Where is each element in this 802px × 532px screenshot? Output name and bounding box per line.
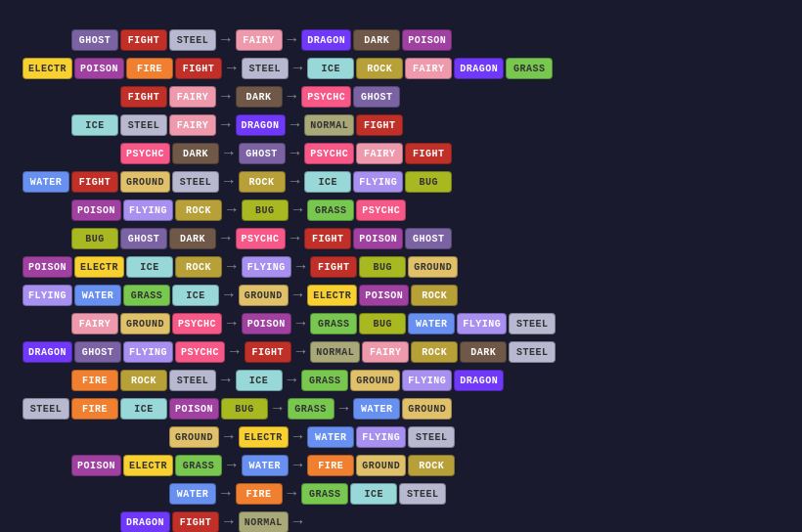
arrow-2: →	[296, 315, 306, 332]
arrow-1: →	[227, 258, 237, 276]
row-12: FIREROCKSTEEL→ICE→GRASSGROUNDFLYINGDRAGO…	[22, 368, 780, 393]
arrow-2: →	[293, 201, 303, 219]
arrow-1: →	[221, 88, 231, 106]
badge-poison: POISON	[22, 256, 72, 278]
badge-mid-fairy: FAIRY	[236, 29, 283, 51]
badge-ice: ICE	[71, 114, 118, 136]
badge-right-fire: FIRE	[307, 455, 354, 476]
arrow-1: →	[273, 400, 283, 418]
arrow-2: →	[293, 513, 303, 531]
badge-right-ghost: GHOST	[405, 228, 452, 249]
arrow-2: →	[290, 116, 300, 134]
row-4: PSYCHCDARK→GHOST→PSYCHCFAIRYFIGHT	[22, 141, 780, 166]
badge-right-rock: ROCK	[411, 341, 458, 363]
row-6: POISONFLYINGROCK→BUG→GRASSPSYCHC	[22, 198, 780, 223]
badge-water: WATER	[22, 171, 69, 193]
arrow-2: →	[290, 145, 300, 162]
badge-fight: FIGHT	[120, 86, 167, 108]
arrow-1: →	[224, 173, 234, 191]
arrow-1: →	[224, 287, 234, 304]
badge-flying: FLYING	[22, 285, 72, 306]
badge-steel: STEEL	[22, 398, 69, 420]
badge-bug: BUG	[221, 398, 268, 420]
badge-right-ice: ICE	[307, 58, 354, 79]
badge-right-flying: FLYING	[457, 313, 507, 334]
badge-ghost: GHOST	[71, 29, 118, 51]
badge-right-bug: BUG	[405, 171, 452, 193]
badge-right-bug: BUG	[359, 313, 406, 334]
badge-right-ice: ICE	[350, 483, 397, 505]
badge-mid-electr: ELECTR	[239, 426, 289, 448]
badge-ice: ICE	[120, 398, 167, 420]
badge-mid-flying: FLYING	[242, 256, 291, 278]
row-15: POISONELECTRGRASS→WATER→FIREGROUNDROCK	[22, 453, 780, 478]
badge-right-dragon: DRAGON	[454, 370, 504, 391]
badge-right-dark: DARK	[353, 29, 400, 51]
row-16: WATER→FIRE→GRASSICESTEEL	[22, 481, 780, 507]
badge-right-steel: STEEL	[509, 341, 556, 363]
badge-right-grass: GRASS	[301, 370, 348, 391]
badge-ground: GROUND	[169, 426, 219, 448]
arrow-2: →	[288, 485, 297, 503]
badge-right-water: WATER	[353, 398, 400, 420]
badge-mid-dragon: DRAGON	[236, 114, 286, 136]
badge-right-fight: FIGHT	[356, 114, 403, 136]
badge-fire: FIRE	[71, 398, 118, 420]
arrow-1: →	[227, 60, 237, 77]
badge-mid-bug: BUG	[242, 200, 289, 221]
badge-ghost: GHOST	[120, 228, 167, 249]
arrow-2: →	[293, 287, 303, 304]
row-11: DRAGONGHOSTFLYINGPSYCHC→FIGHT→NORMALFAIR…	[22, 339, 780, 365]
arrow-2: →	[290, 230, 300, 247]
badge-ground: GROUND	[120, 313, 170, 334]
row-3: ICESTEELFAIRY→DRAGON→NORMALFIGHT	[22, 112, 780, 138]
arrow-2: →	[288, 372, 297, 389]
badge-right-grass: GRASS	[307, 200, 354, 221]
arrow-1: →	[230, 343, 240, 361]
row-14: GROUND→ELECTR→WATERFLYINGSTEEL	[22, 424, 780, 450]
badge-right-fairy: FAIRY	[362, 341, 409, 363]
row-8: POISONELECTRICEROCK→FLYING→FIGHTBUGGROUN…	[22, 254, 780, 280]
arrow-1: →	[227, 315, 237, 332]
badge-mid-psychc: PSYCHC	[236, 228, 286, 249]
badge-right-ghost: GHOST	[353, 86, 400, 108]
row-5: WATERFIGHTGROUNDSTEEL→ROCK→ICEFLYINGBUG	[22, 169, 780, 195]
main-container: GHOSTFIGHTSTEEL→FAIRY→DRAGONDARKPOISONEL…	[10, 10, 792, 532]
badge-fairy: FAIRY	[71, 313, 118, 334]
badge-steel: STEEL	[169, 29, 216, 51]
badge-mid-poison: POISON	[242, 313, 291, 334]
row-1: ELECTRPOISONFIREFIGHT→STEEL→ICEROCKFAIRY…	[22, 56, 780, 81]
badge-mid-rock: ROCK	[239, 171, 286, 193]
badge-mid-normal: NORMAL	[239, 511, 289, 532]
badge-fight: FIGHT	[120, 29, 167, 51]
badge-dark: DARK	[169, 228, 216, 249]
badge-right-ground: GROUND	[408, 256, 458, 278]
badge-right-rock: ROCK	[408, 455, 455, 476]
arrow-2: →	[288, 88, 297, 106]
badge-grass: GRASS	[123, 285, 170, 306]
badge-psychc: PSYCHC	[120, 143, 170, 164]
badge-mid-grass: GRASS	[288, 398, 334, 420]
badge-right-rock: ROCK	[356, 58, 403, 79]
row-2: FIGHTFAIRY→DARK→PSYCHCGHOST	[22, 84, 780, 110]
badge-right-fight: FIGHT	[304, 228, 351, 249]
badge-electr: ELECTR	[22, 58, 72, 79]
row-10: FAIRYGROUNDPSYCHC→POISON→GRASSBUGWATERFL…	[22, 311, 780, 336]
badge-dragon: DRAGON	[22, 341, 72, 363]
arrow-1: →	[224, 513, 234, 531]
badge-fight: FIGHT	[172, 511, 219, 532]
badge-ice: ICE	[172, 285, 219, 306]
badge-fire: FIRE	[71, 370, 118, 391]
badge-right-water: WATER	[408, 313, 455, 334]
arrow-1: →	[221, 230, 231, 247]
badge-right-flying: FLYING	[356, 426, 406, 448]
badge-right-ground: GROUND	[350, 370, 400, 391]
badge-right-fight: FIGHT	[405, 143, 452, 164]
arrow-2: →	[293, 428, 303, 446]
badge-mid-steel: STEEL	[242, 58, 289, 79]
badge-mid-fight: FIGHT	[245, 341, 291, 363]
arrow-1: →	[221, 31, 231, 49]
badge-right-dark: DARK	[460, 341, 507, 363]
badge-electr: ELECTR	[123, 455, 173, 476]
badge-ghost: GHOST	[74, 341, 121, 363]
